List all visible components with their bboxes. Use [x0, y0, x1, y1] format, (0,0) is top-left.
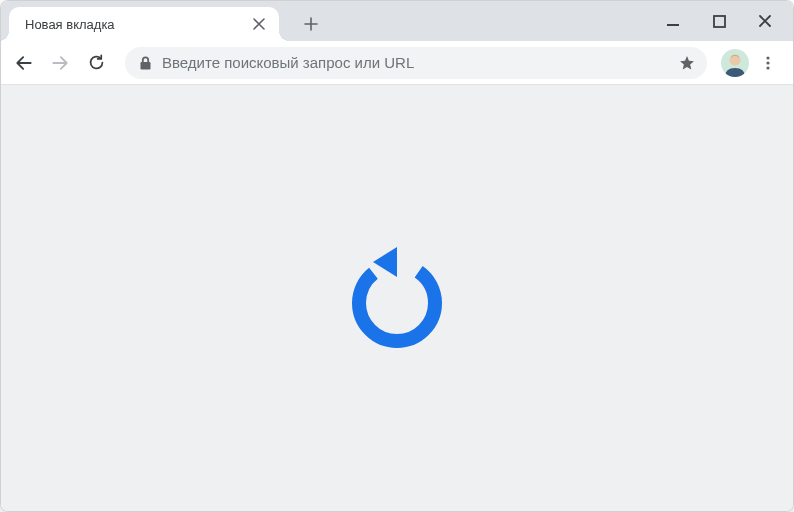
svg-point-4: [766, 56, 769, 59]
forward-button[interactable]: [43, 46, 77, 80]
toolbar: [1, 41, 793, 85]
avatar-icon: [721, 49, 749, 77]
maximize-icon: [713, 15, 726, 28]
browser-window: Новая вкладка: [0, 0, 794, 512]
tab-new[interactable]: Новая вкладка: [9, 7, 279, 41]
reload-button[interactable]: [79, 46, 113, 80]
kebab-menu-icon: [760, 55, 776, 71]
svg-point-6: [766, 66, 769, 69]
tab-strip: Новая вкладка: [1, 1, 793, 41]
omnibox[interactable]: [125, 47, 707, 79]
lock-icon: [139, 56, 152, 70]
svg-point-5: [766, 61, 769, 64]
address-input[interactable]: [162, 54, 663, 71]
window-close-button[interactable]: [743, 6, 787, 36]
svg-rect-0: [714, 16, 725, 27]
maximize-button[interactable]: [697, 6, 741, 36]
arrow-left-icon: [14, 53, 34, 73]
star-icon: [678, 54, 696, 72]
tab-title: Новая вкладка: [25, 17, 251, 32]
reload-icon: [87, 53, 106, 72]
minimize-button[interactable]: [651, 6, 695, 36]
svg-rect-1: [141, 62, 151, 70]
minimize-icon: [666, 14, 680, 28]
new-tab-button[interactable]: [297, 10, 325, 38]
refresh-arrow-icon: [337, 237, 457, 361]
svg-point-3: [730, 54, 741, 65]
close-icon: [758, 14, 772, 28]
bookmark-button[interactable]: [673, 49, 701, 77]
window-controls: [651, 1, 793, 41]
close-icon[interactable]: [251, 16, 267, 32]
plus-icon: [304, 17, 318, 31]
content-area: [1, 85, 793, 512]
arrow-right-icon: [50, 53, 70, 73]
back-button[interactable]: [7, 46, 41, 80]
profile-avatar[interactable]: [721, 49, 749, 77]
chrome-menu-button[interactable]: [753, 48, 783, 78]
